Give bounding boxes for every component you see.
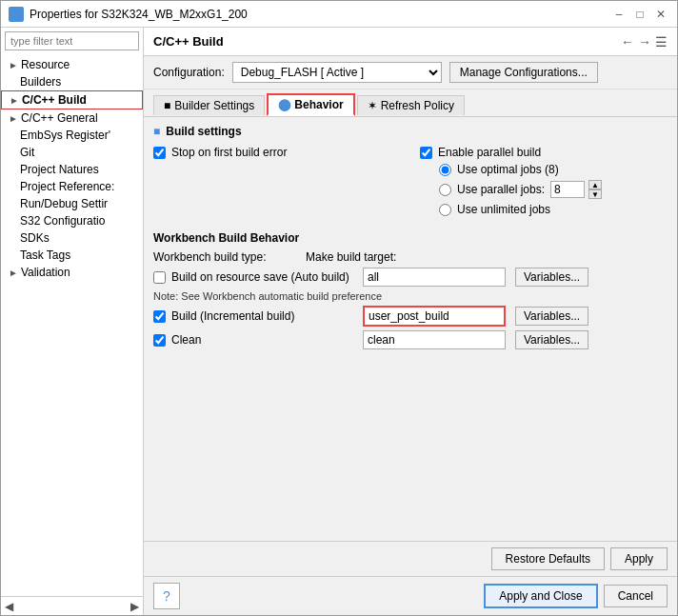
use-parallel-label: Use parallel jobs: [457, 183, 545, 196]
build-settings-columns: Stop on first build error Enable paralle… [153, 146, 668, 220]
help-button[interactable]: ? [153, 583, 180, 609]
expand-arrow: ► [10, 95, 19, 106]
sidebar-item-s32config[interactable]: S32 Configuratio [1, 212, 143, 229]
config-label: Configuration: [153, 66, 225, 79]
sidebar-item-label: SDKs [20, 231, 50, 245]
use-parallel-row: Use parallel jobs: ▲ ▼ [420, 180, 668, 199]
clean-input[interactable] [363, 330, 506, 349]
sidebar-item-cpp-general[interactable]: ► C/C++ General [1, 109, 143, 127]
close-button[interactable]: ✕ [652, 6, 669, 23]
incremental-build-variables-button[interactable]: Variables... [515, 307, 588, 326]
sidebar-item-project-references[interactable]: Project Reference: [1, 178, 143, 195]
enable-parallel-row: Enable parallel build [420, 146, 668, 159]
spinner-buttons: ▲ ▼ [588, 180, 602, 199]
incremental-build-input[interactable] [363, 306, 506, 327]
filter-input[interactable] [5, 31, 139, 50]
sidebar-item-embsys[interactable]: EmbSys Register' [1, 127, 143, 144]
use-parallel-radio[interactable] [439, 184, 451, 196]
spinner-up-button[interactable]: ▲ [588, 180, 602, 189]
sidebar-item-cpp-build[interactable]: ► C/C++ Build [1, 90, 143, 109]
stop-on-error-row: Stop on first build error [153, 146, 401, 159]
scroll-left-icon[interactable]: ◀ [5, 600, 13, 613]
sidebar-item-project-natures[interactable]: Project Natures [1, 161, 143, 178]
spinner-down-button[interactable]: ▼ [588, 189, 602, 199]
sidebar-item-label: Run/Debug Settir [20, 197, 108, 210]
tab-label: Builder Settings [174, 99, 254, 112]
content-area: ► Resource Builders ► C/C++ Build ► C/C+… [1, 28, 677, 615]
clean-row: Clean Variables... [153, 330, 668, 349]
sidebar-item-label: C/C++ Build [22, 93, 87, 107]
window-title: Properties for S32K324_WB_M2xxG1_200 [30, 8, 610, 21]
bottom-bar: Restore Defaults Apply [144, 541, 677, 576]
auto-build-row: Build on resource save (Auto build) Vari… [153, 268, 668, 287]
forward-button[interactable]: → [638, 34, 651, 50]
refresh-icon: ✶ [368, 99, 377, 112]
enable-parallel-label: Enable parallel build [438, 146, 541, 159]
incremental-build-row: Build (Incremental build) Variables... [153, 306, 668, 327]
left-column: Stop on first build error [153, 146, 401, 220]
expand-arrow: ► [9, 60, 18, 70]
sidebar-item-resource[interactable]: ► Resource [1, 56, 143, 73]
use-optimal-radio[interactable] [439, 164, 451, 176]
sidebar-item-label: Resource [21, 58, 70, 71]
back-button[interactable]: ← [621, 34, 634, 50]
sidebar-item-task-tags[interactable]: Task Tags [1, 247, 143, 264]
tab-refresh-policy[interactable]: ✶ Refresh Policy [357, 95, 465, 115]
tab-label: Refresh Policy [381, 99, 454, 112]
enable-parallel-checkbox[interactable] [420, 147, 432, 159]
auto-build-variables-button[interactable]: Variables... [515, 268, 588, 287]
tab-label: Behavior [294, 98, 343, 111]
use-unlimited-radio[interactable] [439, 204, 451, 216]
use-unlimited-row: Use unlimited jobs [420, 203, 668, 216]
parallel-jobs-input[interactable] [550, 181, 585, 198]
main-panel: C/C++ Build ← → ☰ Configuration: Debug_F… [144, 28, 677, 615]
sidebar-item-label: S32 Configuratio [20, 214, 105, 228]
use-optimal-row: Use optimal jobs (8) [420, 163, 668, 176]
auto-build-input[interactable] [363, 268, 506, 287]
maximize-button[interactable]: □ [631, 6, 648, 23]
auto-build-checkbox[interactable] [153, 271, 166, 284]
stop-on-error-checkbox[interactable] [153, 147, 166, 159]
apply-button[interactable]: Apply [610, 547, 668, 570]
panel-body: ■ Build settings Stop on first build err… [144, 117, 677, 541]
sidebar-item-label: Task Tags [20, 248, 70, 262]
restore-defaults-button[interactable]: Restore Defaults [491, 547, 605, 570]
minimize-button[interactable]: – [610, 6, 628, 23]
tab-behavior[interactable]: ⬤ Behavior [267, 93, 354, 116]
build-settings-header: ■ Build settings [153, 125, 668, 138]
properties-dialog: Properties for S32K324_WB_M2xxG1_200 – □… [0, 0, 678, 616]
config-select[interactable]: Debug_FLASH [ Active ] [232, 62, 442, 83]
tabs-row: ■ Builder Settings ⬤ Behavior ✶ Refresh … [144, 89, 677, 117]
expand-arrow: ► [9, 268, 18, 278]
builder-settings-icon: ■ [164, 99, 170, 112]
window-controls: – □ ✕ [610, 6, 669, 23]
parallel-jobs-spinner: ▲ ▼ [550, 180, 602, 199]
scroll-right-icon[interactable]: ▶ [130, 600, 139, 613]
sidebar-item-builders[interactable]: Builders [1, 73, 143, 90]
note-text: Note: See Workbench automatic build pref… [153, 290, 668, 302]
clean-variables-button[interactable]: Variables... [515, 330, 588, 349]
window-icon [9, 7, 24, 22]
sidebar-list: ► Resource Builders ► C/C++ Build ► C/C+… [1, 54, 143, 596]
sidebar-bottom: ◀ ▶ [1, 596, 143, 615]
main-header: C/C++ Build ← → ☰ [144, 28, 677, 56]
nav-buttons: ← → ☰ [621, 34, 668, 50]
sidebar-item-label: EmbSys Register' [20, 129, 110, 142]
clean-checkbox[interactable] [153, 334, 166, 347]
menu-button[interactable]: ☰ [655, 34, 668, 50]
right-column: Enable parallel build Use optimal jobs (… [420, 146, 668, 220]
sidebar-item-label: Builders [20, 75, 61, 89]
sidebar-item-sdks[interactable]: SDKs [1, 229, 143, 247]
sidebar-item-run-debug[interactable]: Run/Debug Settir [1, 195, 143, 212]
tab-builder-settings[interactable]: ■ Builder Settings [153, 95, 265, 115]
manage-configurations-button[interactable]: Manage Configurations... [449, 62, 598, 83]
section-label: Build settings [166, 125, 241, 138]
apply-and-close-button[interactable]: Apply and Close [484, 584, 597, 608]
sidebar-item-validation[interactable]: ► Validation [1, 264, 143, 281]
stop-on-error-label: Stop on first build error [171, 146, 287, 159]
sidebar-item-git[interactable]: Git [1, 144, 143, 161]
incremental-build-checkbox[interactable] [153, 310, 166, 323]
cancel-button[interactable]: Cancel [604, 585, 668, 607]
title-bar: Properties for S32K324_WB_M2xxG1_200 – □… [1, 1, 677, 28]
clean-label: Clean [171, 333, 201, 347]
